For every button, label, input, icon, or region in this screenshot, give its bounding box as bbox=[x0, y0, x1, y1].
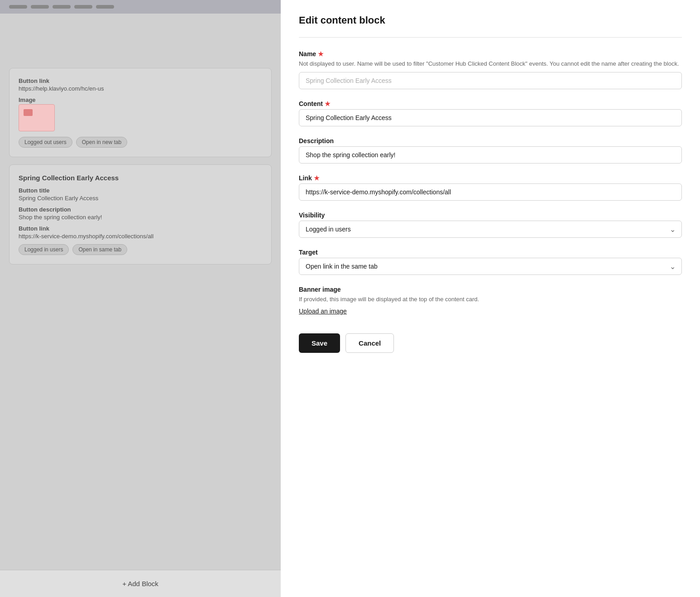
card1-image-label: Image bbox=[19, 96, 262, 103]
left-panel: Button link https://help.klaviyo.com/hc/… bbox=[0, 0, 281, 597]
link-label: Link ★ bbox=[299, 174, 682, 182]
name-field-group: Name ★ Not displayed to user. Name will … bbox=[299, 50, 682, 89]
cancel-button[interactable]: Cancel bbox=[345, 333, 394, 353]
button-row: Save Cancel bbox=[299, 333, 682, 353]
target-field-group: Target Open link in the same tab Open li… bbox=[299, 249, 682, 275]
description-field-group: Description bbox=[299, 137, 682, 164]
add-block-label: + Add Block bbox=[122, 580, 158, 587]
content-input[interactable] bbox=[299, 109, 682, 126]
panel-title: Edit content block bbox=[299, 14, 682, 26]
top-bar-decoration bbox=[53, 5, 71, 9]
name-label: Name ★ bbox=[299, 50, 682, 58]
title-divider bbox=[299, 37, 682, 38]
visibility-select-wrapper: Logged in users Logged out users All use… bbox=[299, 221, 682, 238]
card1-tags: Logged out users Open in new tab bbox=[19, 137, 262, 148]
card2-field-button-title: Button title Spring Collection Early Acc… bbox=[19, 187, 262, 202]
card2-title: Spring Collection Early Access bbox=[19, 174, 262, 182]
name-required-star: ★ bbox=[318, 50, 324, 58]
banner-image-label: Banner image bbox=[299, 286, 682, 293]
target-select-wrapper: Open link in the same tab Open link in a… bbox=[299, 258, 682, 275]
content-required-star: ★ bbox=[325, 100, 331, 107]
card1-button-link-value: https://help.klaviyo.com/hc/en-us bbox=[19, 85, 262, 92]
card2-button-title-value: Spring Collection Early Access bbox=[19, 195, 262, 202]
upload-image-link[interactable]: Upload an image bbox=[299, 308, 347, 315]
card2-button-link-value: https://k-service-demo.myshopify.com/col… bbox=[19, 233, 262, 240]
top-bar-decoration bbox=[74, 5, 92, 9]
card2-tag-0: Logged in users bbox=[19, 244, 69, 255]
banner-image-section: Banner image If provided, this image wil… bbox=[299, 286, 682, 316]
link-input[interactable] bbox=[299, 183, 682, 201]
card1-field-image: Image bbox=[19, 96, 262, 131]
card-2: Spring Collection Early Access Button ti… bbox=[9, 164, 272, 265]
card2-button-desc-value: Shop the spring collection early! bbox=[19, 214, 262, 221]
left-content-area: Button link https://help.klaviyo.com/hc/… bbox=[0, 14, 281, 281]
save-button[interactable]: Save bbox=[299, 333, 340, 353]
description-label: Description bbox=[299, 137, 682, 144]
right-panel: Edit content block Name ★ Not displayed … bbox=[281, 0, 700, 597]
card1-tag-1: Open in new tab bbox=[76, 137, 127, 148]
top-bar-decoration bbox=[9, 5, 27, 9]
description-input[interactable] bbox=[299, 146, 682, 164]
banner-image-hint: If provided, this image will be displaye… bbox=[299, 295, 682, 304]
card-1: Button link https://help.klaviyo.com/hc/… bbox=[9, 68, 272, 157]
card2-tags: Logged in users Open in same tab bbox=[19, 244, 262, 255]
visibility-select[interactable]: Logged in users Logged out users All use… bbox=[299, 221, 682, 238]
card1-tag-0: Logged out users bbox=[19, 137, 72, 148]
content-field-group: Content ★ bbox=[299, 100, 682, 126]
card2-button-title-label: Button title bbox=[19, 187, 262, 194]
top-bar bbox=[0, 0, 281, 14]
card1-image-placeholder bbox=[19, 104, 55, 131]
name-hint: Not displayed to user. Name will be used… bbox=[299, 59, 682, 68]
name-input[interactable] bbox=[299, 72, 682, 89]
card2-button-desc-label: Button description bbox=[19, 206, 262, 213]
link-field-group: Link ★ bbox=[299, 174, 682, 201]
target-label: Target bbox=[299, 249, 682, 256]
content-label: Content ★ bbox=[299, 100, 682, 107]
visibility-label: Visibility bbox=[299, 212, 682, 219]
card1-field-button-link: Button link https://help.klaviyo.com/hc/… bbox=[19, 77, 262, 92]
top-bar-decoration bbox=[96, 5, 114, 9]
card1-button-link-label: Button link bbox=[19, 77, 262, 84]
card2-field-button-link: Button link https://k-service-demo.mysho… bbox=[19, 225, 262, 240]
card2-field-button-desc: Button description Shop the spring colle… bbox=[19, 206, 262, 221]
visibility-field-group: Visibility Logged in users Logged out us… bbox=[299, 212, 682, 238]
top-bar-decoration bbox=[31, 5, 49, 9]
card2-tag-1: Open in same tab bbox=[72, 244, 127, 255]
card2-button-link-label: Button link bbox=[19, 225, 262, 232]
add-block-bar[interactable]: + Add Block bbox=[0, 570, 281, 597]
link-required-star: ★ bbox=[314, 174, 320, 182]
target-select[interactable]: Open link in the same tab Open link in a… bbox=[299, 258, 682, 275]
